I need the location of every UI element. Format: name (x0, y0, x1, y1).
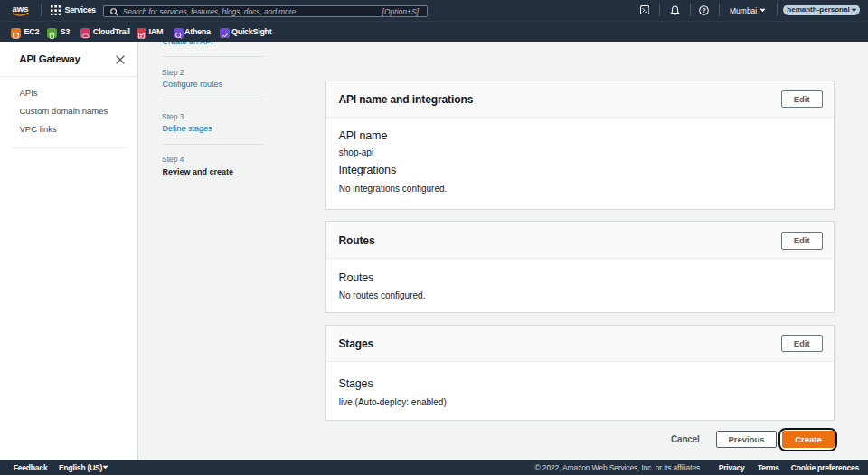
svg-text:?: ? (703, 7, 706, 14)
svg-text:aws: aws (13, 4, 29, 14)
